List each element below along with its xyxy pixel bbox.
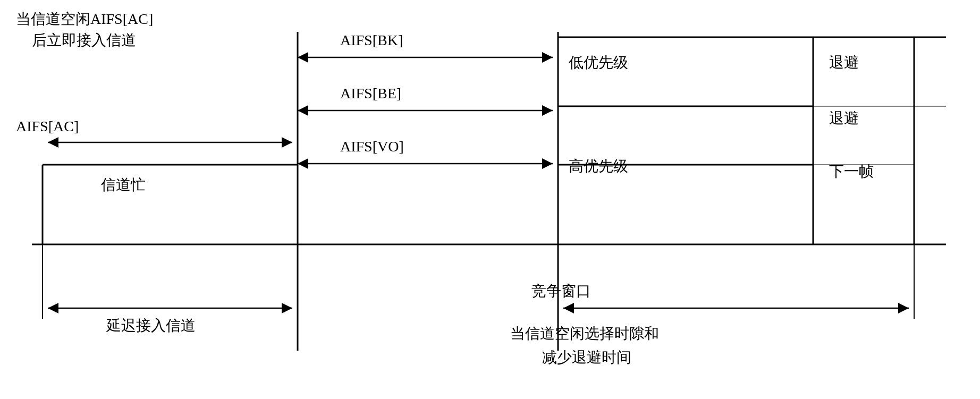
svg-marker-24: [542, 52, 553, 63]
svg-marker-23: [298, 52, 308, 63]
svg-marker-21: [282, 137, 292, 148]
svg-marker-20: [48, 137, 58, 148]
svg-marker-26: [298, 105, 308, 116]
diagram-svg: [0, 0, 980, 399]
svg-marker-35: [563, 303, 574, 313]
diagram: 当信道空闲AIFS[AC] 后立即接入信道 AIFS[AC] AIFS[BK] …: [0, 0, 980, 399]
svg-marker-32: [48, 303, 58, 313]
svg-marker-33: [282, 303, 292, 313]
svg-marker-30: [542, 158, 553, 169]
svg-marker-29: [298, 158, 308, 169]
svg-marker-27: [542, 105, 553, 116]
svg-marker-36: [898, 303, 909, 313]
